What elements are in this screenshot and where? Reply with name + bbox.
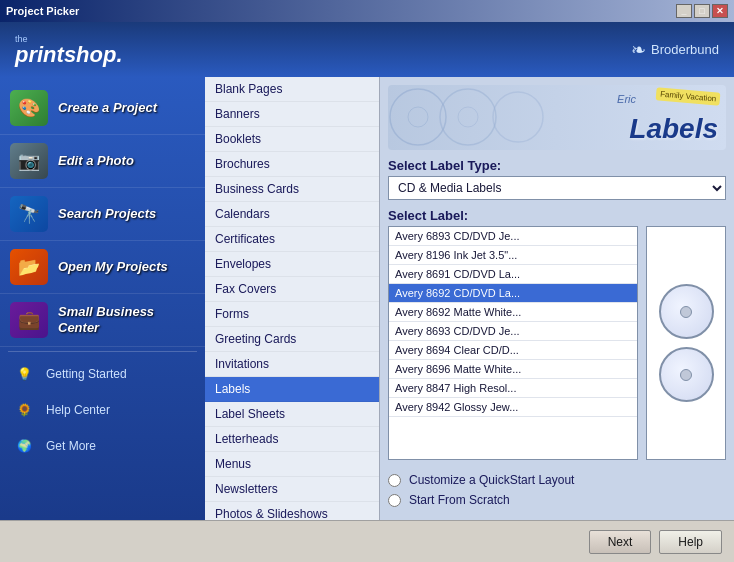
label-list-item[interactable]: Avery 8196 Ink Jet 3.5"...: [389, 246, 637, 265]
sidebar-main-items: 🎨 Create a Project 📷 Edit a Photo 🔭 Sear…: [0, 82, 205, 347]
next-button[interactable]: Next: [589, 530, 652, 554]
printshop-logo: the printshop.: [15, 34, 123, 66]
scratch-label[interactable]: Start From Scratch: [409, 493, 510, 507]
panel-header-title: Labels: [629, 113, 718, 145]
project-list-item[interactable]: Menus: [205, 452, 379, 477]
project-list-item[interactable]: Booklets: [205, 127, 379, 152]
project-list-item[interactable]: Blank Pages: [205, 77, 379, 102]
brand-name: printshop.: [15, 44, 123, 66]
project-list-item[interactable]: Newsletters: [205, 477, 379, 502]
project-list-item[interactable]: Banners: [205, 102, 379, 127]
label-area: Avery 6893 CD/DVD Je...Avery 8196 Ink Je…: [388, 226, 726, 460]
label-header: Eric Family Vacation Labels: [388, 85, 726, 150]
help-center-label: Help Center: [46, 403, 110, 417]
label-type-dropdown[interactable]: CD & Media LabelsAddress LabelsShipping …: [388, 176, 726, 200]
sidebar-small-help-center[interactable]: 🌻 Help Center: [0, 392, 205, 428]
quickstart-label[interactable]: Customize a QuickStart Layout: [409, 473, 574, 487]
label-list-item[interactable]: Avery 8692 CD/DVD La...: [389, 284, 637, 303]
cd-bottom: [659, 347, 714, 402]
label-select-section: Select Label: Avery 6893 CD/DVD Je...Ave…: [388, 208, 726, 460]
sidebar-item-search-projects[interactable]: 🔭 Search Projects: [0, 188, 205, 241]
maximize-button[interactable]: □: [694, 4, 710, 18]
sidebar-item-create-project[interactable]: 🎨 Create a Project: [0, 82, 205, 135]
sidebar: 🎨 Create a Project 📷 Edit a Photo 🔭 Sear…: [0, 77, 205, 520]
cd-preview: [654, 279, 719, 407]
edit-photo-label: Edit a Photo: [58, 153, 134, 169]
minimize-button[interactable]: _: [676, 4, 692, 18]
window-title: Project Picker: [6, 5, 79, 17]
eric-text: Eric: [617, 93, 636, 105]
project-list-item[interactable]: Invitations: [205, 352, 379, 377]
right-panel: Eric Family Vacation Labels Select Label…: [380, 77, 734, 520]
open-projects-icon: 📂: [8, 247, 50, 287]
project-list-item[interactable]: Certificates: [205, 227, 379, 252]
broderbund-logo: ❧ Broderbund: [631, 39, 719, 61]
small-business-icon-bg: 💼: [10, 302, 48, 338]
sidebar-small-get-more[interactable]: 🌍 Get More: [0, 428, 205, 464]
project-list-item[interactable]: Forms: [205, 302, 379, 327]
project-list-item[interactable]: Labels: [205, 377, 379, 402]
label-list-item[interactable]: Avery 8694 Clear CD/D...: [389, 341, 637, 360]
label-list-item[interactable]: Avery 8693 CD/DVD Je...: [389, 322, 637, 341]
cd-hole-bottom: [680, 369, 692, 381]
search-projects-icon-bg: 🔭: [10, 196, 48, 232]
label-preview: [646, 226, 726, 460]
label-list-item[interactable]: Avery 8696 Matte White...: [389, 360, 637, 379]
svg-point-1: [408, 107, 428, 127]
close-button[interactable]: ✕: [712, 4, 728, 18]
header-decoration: [388, 85, 588, 150]
create-project-label: Create a Project: [58, 100, 157, 116]
label-list-item[interactable]: Avery 8691 CD/DVD La...: [389, 265, 637, 284]
getting-started-icon: 💡: [10, 361, 38, 387]
label-list-item[interactable]: Avery 6893 CD/DVD Je...: [389, 227, 637, 246]
project-list-item[interactable]: Brochures: [205, 152, 379, 177]
svg-point-4: [493, 92, 543, 142]
project-list-item[interactable]: Fax Covers: [205, 277, 379, 302]
edit-photo-icon: 📷: [8, 141, 50, 181]
label-type-heading: Select Label Type:: [388, 158, 726, 173]
getting-started-label: Getting Started: [46, 367, 127, 381]
label-list-item[interactable]: Avery 8847 High Resol...: [389, 379, 637, 398]
sidebar-small-getting-started[interactable]: 💡 Getting Started: [0, 356, 205, 392]
project-list[interactable]: Blank PagesBannersBookletsBrochuresBusin…: [205, 77, 380, 520]
sidebar-item-open-projects[interactable]: 📂 Open My Projects: [0, 241, 205, 294]
project-list-item[interactable]: Business Cards: [205, 177, 379, 202]
project-list-item[interactable]: Greeting Cards: [205, 327, 379, 352]
content-area: 🎨 Create a Project 📷 Edit a Photo 🔭 Sear…: [0, 77, 734, 520]
label-list-item[interactable]: Avery 8942 Glossy Jew...: [389, 398, 637, 417]
edit-photo-icon-bg: 📷: [10, 143, 48, 179]
create-project-icon-bg: 🎨: [10, 90, 48, 126]
sidebar-small-items: 💡 Getting Started 🌻 Help Center 🌍 Get Mo…: [0, 356, 205, 464]
cd-top: [659, 284, 714, 339]
get-more-icon: 🌍: [10, 433, 38, 459]
radio-options: Customize a QuickStart Layout Start From…: [388, 468, 726, 512]
scratch-option[interactable]: Start From Scratch: [388, 493, 726, 507]
sidebar-item-edit-photo[interactable]: 📷 Edit a Photo: [0, 135, 205, 188]
get-more-label: Get More: [46, 439, 96, 453]
project-list-item[interactable]: Photos & Slideshows: [205, 502, 379, 520]
footer: Next Help: [0, 520, 734, 562]
label-list[interactable]: Avery 6893 CD/DVD Je...Avery 8196 Ink Je…: [388, 226, 638, 460]
main-container: the printshop. ❧ Broderbund 🎨 Create a P…: [0, 22, 734, 562]
project-list-item[interactable]: Calendars: [205, 202, 379, 227]
project-list-item[interactable]: Envelopes: [205, 252, 379, 277]
project-list-item[interactable]: Letterheads: [205, 427, 379, 452]
label-list-item[interactable]: Avery 8692 Matte White...: [389, 303, 637, 322]
open-projects-icon-bg: 📂: [10, 249, 48, 285]
small-business-label: Small Business Center: [58, 304, 197, 335]
quickstart-radio[interactable]: [388, 474, 401, 487]
sidebar-item-small-business[interactable]: 💼 Small Business Center: [0, 294, 205, 347]
family-badge: Family Vacation: [655, 87, 720, 106]
sidebar-divider: [8, 351, 197, 352]
svg-point-3: [458, 107, 478, 127]
cd-hole-top: [680, 306, 692, 318]
svg-point-2: [440, 89, 496, 145]
help-button[interactable]: Help: [659, 530, 722, 554]
svg-point-0: [390, 89, 446, 145]
quickstart-option[interactable]: Customize a QuickStart Layout: [388, 473, 726, 487]
search-projects-icon: 🔭: [8, 194, 50, 234]
scratch-radio[interactable]: [388, 494, 401, 507]
project-list-item[interactable]: Label Sheets: [205, 402, 379, 427]
small-business-icon: 💼: [8, 300, 50, 340]
window-controls: _ □ ✕: [676, 4, 728, 18]
